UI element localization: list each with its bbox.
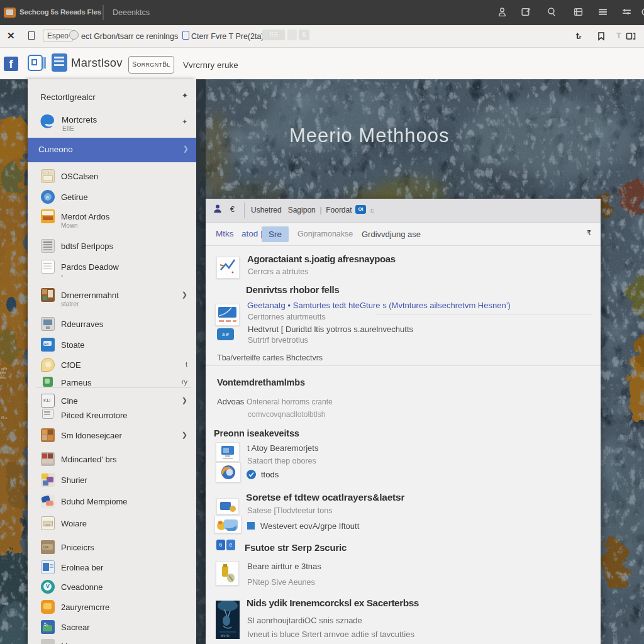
svg-text:MV SI: MV SI [221, 634, 230, 638]
